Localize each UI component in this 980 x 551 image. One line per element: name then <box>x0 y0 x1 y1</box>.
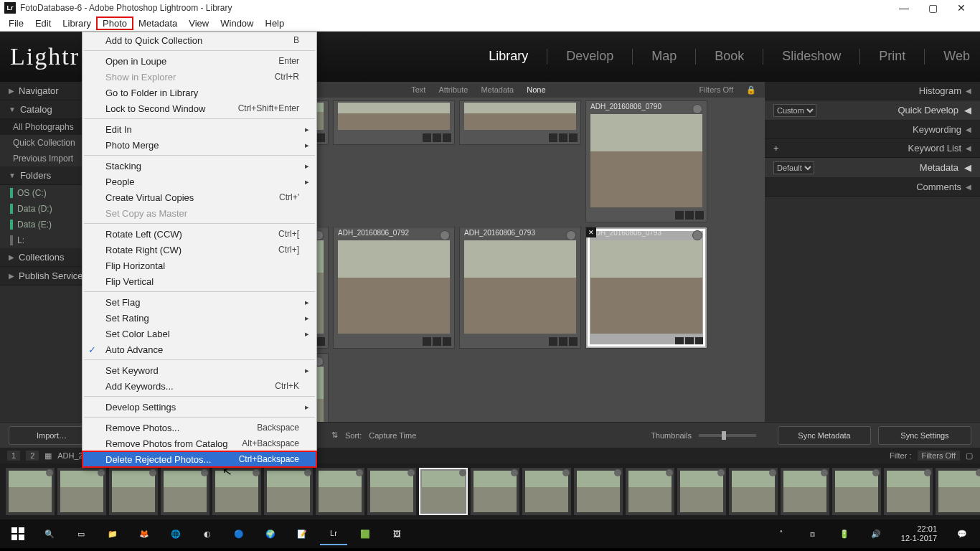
photos-icon[interactable]: 🖼 <box>383 522 410 545</box>
filmstrip-thumb[interactable] <box>574 468 623 515</box>
module-library[interactable]: Library <box>489 49 528 65</box>
filmstrip-thumb[interactable] <box>729 468 778 515</box>
grid-cell[interactable]: 34160ADH_20160806_0792 <box>333 227 455 349</box>
menu-item-set-keyword[interactable]: Set Keyword <box>83 362 316 378</box>
sort-direction-icon[interactable]: ⇅ <box>331 430 338 440</box>
histogram-header[interactable]: Histogram◀ <box>765 82 980 100</box>
metadata-header[interactable]: Metadata <box>920 162 958 173</box>
filmstrip-thumb[interactable] <box>367 468 416 515</box>
menu-item-rotate-right-cw[interactable]: Rotate Right (CW)Ctrl+] <box>83 242 316 258</box>
menu-item-auto-advance[interactable]: ✓Auto Advance <box>83 342 316 357</box>
volume-icon[interactable]: 🔊 <box>862 522 890 545</box>
menu-item-stacking[interactable]: Stacking <box>83 158 316 174</box>
menu-item-go-to-folder-in-library[interactable]: Go to Folder in Library <box>83 85 316 100</box>
menu-item-delete-rejected-photos[interactable]: Delete Rejected Photos...Ctrl+Backspace <box>83 451 316 467</box>
menu-item-open-in-loupe[interactable]: Open in LoupeEnter <box>83 53 316 69</box>
taskview-icon[interactable]: ▭ <box>67 522 95 545</box>
filter-metadata[interactable]: Metadata <box>481 85 514 94</box>
qd-preset-select[interactable]: Custom <box>773 104 816 117</box>
filmstrip-thumb[interactable] <box>677 468 726 515</box>
browser-icon[interactable]: 🌍 <box>257 522 284 545</box>
app-icon[interactable]: 🟩 <box>352 522 379 545</box>
filter-attribute[interactable]: Attribute <box>438 85 468 94</box>
battery-icon[interactable]: 🔋 <box>831 522 858 545</box>
filmstrip-thumb[interactable] <box>6 468 55 515</box>
menu-metadata[interactable]: Metadata <box>133 17 183 29</box>
menu-photo[interactable]: Photo <box>97 17 133 29</box>
grid-cell-selected[interactable]: ✕34163ADH_20160806_0793 <box>585 227 707 349</box>
menu-item-lock-to-second-window[interactable]: Lock to Second WindowCtrl+Shift+Enter <box>83 100 316 116</box>
menu-item-create-virtual-copies[interactable]: Create Virtual CopiesCtrl+' <box>83 189 316 205</box>
grid-cell[interactable] <box>333 100 455 145</box>
menu-item-flip-horizontal[interactable]: Flip Horizontal <box>83 258 316 273</box>
thumbnail-slider[interactable] <box>699 434 756 437</box>
teamviewer-icon[interactable]: 🔵 <box>225 522 253 545</box>
display-1-button[interactable]: 1 <box>7 451 20 461</box>
filmstrip-thumb[interactable] <box>522 468 571 515</box>
start-button[interactable] <box>4 522 32 545</box>
menu-view[interactable]: View <box>183 17 215 29</box>
taskbar-clock[interactable]: 22:01 12-1-2017 <box>894 524 944 543</box>
plus-icon[interactable]: + <box>773 143 779 154</box>
menu-help[interactable]: Help <box>260 17 291 29</box>
menu-item-flip-vertical[interactable]: Flip Vertical <box>83 273 316 289</box>
filmstrip-thumb[interactable] <box>884 468 933 515</box>
filter-lock-icon[interactable]: ▢ <box>966 451 973 461</box>
close-button[interactable]: ✕ <box>947 0 976 16</box>
grid-cell[interactable]: 34162ADH_20160806_0793 <box>459 227 581 349</box>
filmstrip-thumb[interactable] <box>781 468 829 515</box>
lock-icon[interactable]: 🔒 <box>746 85 756 95</box>
filter-none[interactable]: None <box>527 85 545 94</box>
filmstrip-thumb[interactable] <box>316 468 364 515</box>
sync-settings-button[interactable]: Sync Settings <box>878 426 971 445</box>
grid-cell[interactable]: 34158ADH_20160806_0790 <box>585 100 707 222</box>
filter-preset[interactable]: Filters Off <box>918 451 960 461</box>
grid-cell[interactable] <box>459 100 581 145</box>
filmstrip-thumb[interactable] <box>471 468 519 515</box>
menu-library[interactable]: Library <box>57 17 97 29</box>
menu-item-rotate-left-ccw[interactable]: Rotate Left (CCW)Ctrl+[ <box>83 226 316 242</box>
lightroom-taskbar-icon[interactable]: Lr <box>320 522 347 545</box>
menu-item-edit-in[interactable]: Edit In <box>83 121 316 137</box>
menu-item-set-rating[interactable]: Set Rating <box>83 310 316 326</box>
filmstrip-thumb[interactable] <box>212 468 261 515</box>
menu-item-photo-merge[interactable]: Photo Merge <box>83 137 316 153</box>
file-explorer-icon[interactable]: 📁 <box>99 522 126 545</box>
tray-chevron-icon[interactable]: ˄ <box>768 522 795 545</box>
menu-item-remove-photos-from-catalog[interactable]: Remove Photos from CatalogAlt+Backspace <box>83 435 316 451</box>
module-web[interactable]: Web <box>943 49 970 65</box>
menu-item-people[interactable]: People <box>83 174 316 189</box>
menu-item-remove-photos[interactable]: Remove Photos...Backspace <box>83 420 316 435</box>
filter-text[interactable]: Text <box>411 85 425 94</box>
menu-item-add-keywords[interactable]: Add Keywords...Ctrl+K <box>83 378 316 394</box>
filmstrip[interactable] <box>0 463 980 519</box>
app-icon[interactable]: 🌐 <box>162 522 189 545</box>
filters-off[interactable]: Filters Off <box>699 85 733 94</box>
sort-value[interactable]: Capture Time <box>369 431 416 440</box>
notifications-icon[interactable]: 💬 <box>948 522 976 545</box>
notepad-icon[interactable]: 📝 <box>288 522 316 545</box>
filmstrip-thumb[interactable] <box>264 468 313 515</box>
menu-item-set-flag[interactable]: Set Flag <box>83 294 316 310</box>
sync-metadata-button[interactable]: Sync Metadata <box>778 426 871 445</box>
keyword-list-header[interactable]: +Keyword List◀ <box>765 139 980 158</box>
menu-edit[interactable]: Edit <box>29 17 57 29</box>
keywording-header[interactable]: Keywording◀ <box>765 121 980 139</box>
eclipse-icon[interactable]: ◐ <box>194 522 221 545</box>
menu-window[interactable]: Window <box>215 17 259 29</box>
module-print[interactable]: Print <box>879 49 905 65</box>
dropbox-icon[interactable]: ⧈ <box>799 522 826 545</box>
comments-header[interactable]: Comments◀ <box>765 178 980 197</box>
display-2-button[interactable]: 2 <box>26 451 39 461</box>
filmstrip-thumb[interactable] <box>419 468 468 515</box>
module-map[interactable]: Map <box>651 49 677 65</box>
module-develop[interactable]: Develop <box>566 49 613 65</box>
maximize-button[interactable]: ▢ <box>918 0 947 16</box>
menu-item-add-to-quick-collection[interactable]: Add to Quick CollectionB <box>83 32 316 48</box>
quick-develop-header[interactable]: Quick Develop <box>897 105 958 116</box>
minimize-button[interactable]: — <box>890 0 918 16</box>
metadata-preset-select[interactable]: Default <box>773 161 814 174</box>
module-book[interactable]: Book <box>715 49 744 65</box>
module-slideshow[interactable]: Slideshow <box>782 49 841 65</box>
filmstrip-thumb[interactable] <box>57 468 106 515</box>
